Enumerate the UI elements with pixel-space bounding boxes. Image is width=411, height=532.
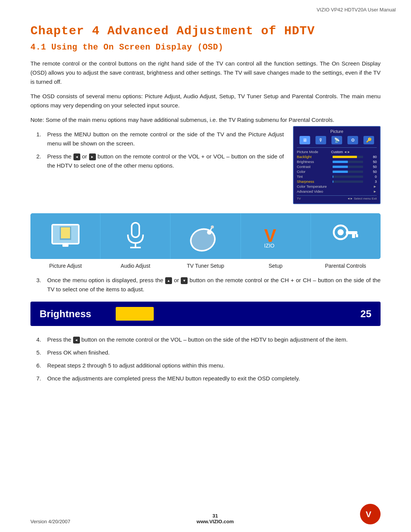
page-footer: Version 4/20/2007 31 www.VIZIO.com V bbox=[0, 504, 411, 532]
osd-advanced-video-row: Advanced Video ► bbox=[297, 189, 377, 193]
osd-icon-setup: ⚙ bbox=[347, 136, 358, 144]
footer-website: www.VIZIO.com bbox=[197, 519, 234, 524]
osd-contrast-bar-container bbox=[333, 166, 363, 168]
osd-color-temp-row: Color Temperature ► bbox=[297, 184, 377, 189]
intro-para-1: The remote control or the control button… bbox=[30, 59, 381, 86]
svg-text:IZIO: IZIO bbox=[264, 243, 274, 249]
osd-icon-picture: 🖥 bbox=[299, 136, 310, 144]
osd-backlight-bar bbox=[333, 156, 357, 158]
osd-color-temp-arrow: ► bbox=[373, 184, 377, 189]
osd-footer: TV ◄► Select menu Exit bbox=[297, 195, 377, 200]
osd-backlight-value: 80 bbox=[365, 155, 377, 159]
osd-brightness-row: Brightness 50 bbox=[297, 160, 377, 164]
step-6-text: Repeat steps 2 through 5 to adjust addit… bbox=[47, 361, 381, 370]
svg-rect-3 bbox=[62, 244, 68, 247]
left-icon: ◄ bbox=[73, 337, 80, 343]
svg-point-10 bbox=[211, 225, 214, 228]
osd-icon-tuner: 📡 bbox=[331, 136, 342, 144]
osd-tint-bar-container bbox=[333, 176, 363, 178]
osd-brightness-value: 50 bbox=[365, 160, 377, 164]
osd-sharpness-value: 3 bbox=[365, 180, 377, 184]
osd-backlight-row: Backlight 80 bbox=[297, 155, 377, 159]
menu-label-tuner: TV Tuner Setup bbox=[170, 263, 241, 269]
osd-contrast-row: Contrast 50 bbox=[297, 165, 377, 169]
osd-picture-mode-arrow: ◄► bbox=[344, 150, 350, 154]
down-icon: ▼ bbox=[181, 277, 188, 284]
osd-divider bbox=[297, 147, 377, 148]
osd-color-bar-container bbox=[333, 171, 363, 173]
intro-para-2: The OSD consists of several menu options… bbox=[30, 92, 381, 110]
step-4: 4. Press the ◄ button on the remote cont… bbox=[30, 335, 381, 344]
step-2: 2. Press the ◄ or ► button on the remote… bbox=[30, 152, 284, 170]
footer-version: Version 4/20/2007 bbox=[30, 519, 70, 524]
step-3-text: Once the menu option is displayed, press… bbox=[47, 276, 381, 294]
steps-1-2-text: 1. Press the MENU button on the remote c… bbox=[30, 130, 284, 176]
chapter-title: Chapter 4 Advanced Adjustment of HDTV bbox=[30, 24, 381, 38]
step-6: 6. Repeat steps 2 through 5 to adjust ad… bbox=[30, 361, 381, 370]
svg-point-7 bbox=[188, 226, 218, 253]
svg-text:V: V bbox=[366, 510, 372, 519]
osd-color-bar bbox=[333, 171, 348, 173]
up-icon: ▲ bbox=[165, 277, 172, 284]
manual-title: VIZIO VP42 HDTV20A User Manual bbox=[317, 7, 396, 13]
osd-tint-value: 0 bbox=[365, 175, 377, 179]
osd-contrast-bar bbox=[333, 166, 348, 168]
menu-label-picture: Picture Adjust bbox=[30, 263, 100, 269]
step-4-text: Press the ◄ button on the remote control… bbox=[47, 335, 381, 344]
osd-sharpness-label: Sharpness bbox=[297, 179, 331, 184]
svg-rect-17 bbox=[356, 234, 358, 237]
svg-point-14 bbox=[338, 229, 344, 235]
osd-brightness-bar-container bbox=[333, 161, 363, 163]
page-header: VIZIO VP42 HDTV20A User Manual bbox=[0, 0, 411, 13]
steps-list-1-2: 1. Press the MENU button on the remote c… bbox=[30, 130, 284, 170]
osd-contrast-label: Contrast bbox=[297, 165, 331, 169]
osd-footer-right: ◄► Select menu Exit bbox=[347, 197, 377, 200]
footer-page-number: 31 bbox=[197, 513, 234, 519]
osd-brightness-bar bbox=[333, 161, 348, 163]
osd-sharpness-bar bbox=[333, 181, 333, 183]
osd-brightness-label: Brightness bbox=[297, 160, 331, 164]
osd-footer-left: TV bbox=[297, 197, 301, 200]
vol-down-icon: ◄ bbox=[73, 153, 80, 160]
osd-tint-bar bbox=[333, 176, 333, 178]
svg-rect-16 bbox=[352, 234, 355, 238]
menu-strip-tuner bbox=[170, 213, 241, 259]
osd-icon-audio: 🎙 bbox=[315, 136, 326, 144]
menu-strip-picture bbox=[30, 213, 100, 259]
dish-svg-icon bbox=[188, 219, 223, 253]
steps-4-7-list: 4. Press the ◄ button on the remote cont… bbox=[30, 335, 381, 383]
osd-icons-row: 🖥 🎙 📡 ⚙ 🔑 bbox=[297, 136, 377, 144]
osd-tint-row: Tint 0 bbox=[297, 174, 377, 179]
step-1-text: Press the MENU button on the remote cont… bbox=[47, 130, 284, 148]
osd-backlight-bar-container bbox=[333, 156, 363, 158]
vizio-logo-svg: V bbox=[363, 506, 378, 522]
footer-right: V bbox=[360, 504, 381, 524]
step-7: 7. Once the adjustments are completed pr… bbox=[30, 374, 381, 383]
osd-tint-label: Tint bbox=[297, 174, 331, 179]
menu-strip-parental bbox=[311, 213, 381, 259]
brightness-widget: Brightness 25 bbox=[30, 302, 381, 326]
step-7-text: Once the adjustments are completed press… bbox=[47, 374, 381, 383]
menu-labels: Picture Adjust Audio Adjust TV Tuner Set… bbox=[30, 263, 381, 269]
brightness-value: 25 bbox=[353, 308, 371, 320]
osd-sharpness-bar-container bbox=[333, 181, 363, 183]
osd-advanced-video-label: Advanced Video bbox=[297, 189, 331, 193]
step-5: 5. Press OK when finished. bbox=[30, 348, 381, 357]
osd-picture-mode-label: Picture Mode bbox=[297, 150, 331, 154]
menu-label-audio: Audio Adjust bbox=[100, 263, 170, 269]
monitor-svg-icon bbox=[50, 223, 81, 249]
menu-strip-audio bbox=[100, 213, 170, 259]
osd-icon-parental: 🔑 bbox=[363, 136, 374, 144]
svg-rect-15 bbox=[346, 231, 357, 234]
brightness-indicator bbox=[116, 307, 154, 321]
vizio-logo-svg: V IZIO bbox=[260, 221, 291, 251]
menu-label-setup: Setup bbox=[241, 263, 311, 269]
vol-up-icon: ► bbox=[89, 153, 96, 160]
svg-rect-2 bbox=[61, 227, 70, 238]
step-2-text: Press the ◄ or ► button on the remote co… bbox=[47, 152, 284, 170]
steps-1-2-layout: 1. Press the MENU button on the remote c… bbox=[30, 130, 381, 204]
osd-backlight-label: Backlight bbox=[297, 155, 331, 159]
osd-picture-mode-row: Picture Mode Custom ◄► bbox=[297, 150, 377, 154]
step-3: 3. Once the menu option is displayed, pr… bbox=[30, 276, 381, 294]
osd-advanced-video-arrow: ► bbox=[373, 189, 377, 193]
